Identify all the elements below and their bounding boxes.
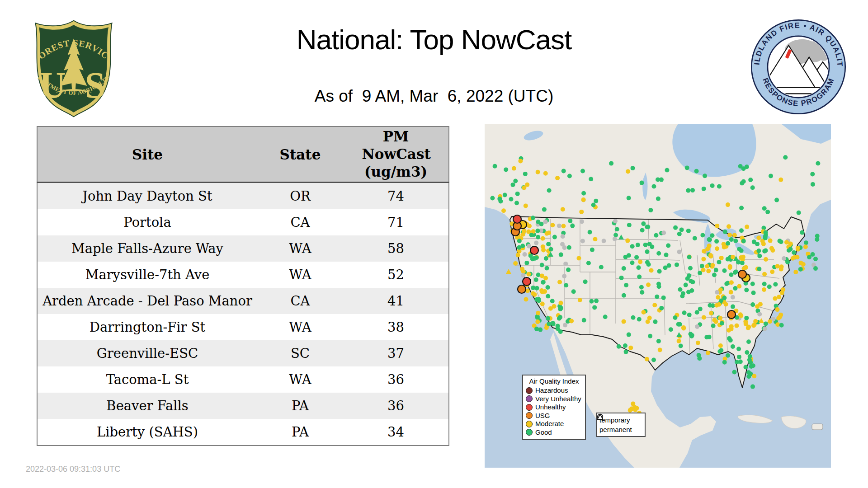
station-dot	[709, 311, 713, 315]
aqi-legend-label: Good	[535, 428, 552, 437]
station-dot	[710, 183, 715, 188]
station-dot	[762, 287, 766, 292]
nowcast-table-container: Site State PM NowCast (ug/m3) John Day D…	[37, 126, 449, 446]
station-dot	[617, 344, 621, 349]
station-dot	[729, 272, 734, 277]
station-dot	[558, 329, 563, 334]
aqi-map: Air Quality Index HazardousVery Unhealth…	[485, 124, 831, 468]
station-dot	[559, 253, 563, 257]
station-dot	[750, 302, 755, 307]
state-cell: WA	[257, 235, 343, 262]
station-dot	[547, 322, 551, 326]
station-dot	[568, 219, 572, 223]
station-dot	[490, 196, 495, 201]
station-dot	[717, 349, 722, 354]
station-dot	[578, 298, 582, 302]
station-dot	[744, 365, 748, 370]
station-dot	[679, 227, 684, 232]
station-dot	[509, 197, 514, 202]
station-dot	[765, 210, 770, 214]
map-puerto-rico	[812, 424, 823, 430]
station-dot	[586, 261, 591, 265]
station-dot	[590, 248, 594, 252]
station-dot	[534, 241, 538, 245]
aqi-legend-label: Moderate	[535, 420, 564, 428]
station-dot	[779, 323, 784, 328]
station-dot	[811, 252, 815, 257]
station-dot	[748, 178, 753, 182]
station-dot	[690, 333, 694, 338]
nowcast-table: Site State PM NowCast (ug/m3) John Day D…	[37, 126, 449, 446]
aqi-legend-label: Hazardous	[535, 386, 568, 395]
station-dot	[736, 347, 741, 351]
value-cell: 58	[343, 235, 449, 262]
station-dot	[707, 335, 712, 339]
station-dot	[711, 303, 715, 308]
station-dot	[791, 256, 795, 261]
usg-dot-icon	[526, 412, 533, 419]
station-dot	[686, 188, 690, 193]
station-dot	[647, 316, 652, 320]
station-dot	[536, 311, 540, 315]
station-dot	[745, 225, 749, 229]
station-dot	[652, 303, 657, 307]
aqi-legend-label: USG	[535, 412, 550, 420]
station-dot	[658, 347, 662, 352]
legend-item-temporary: temporary	[599, 415, 642, 425]
top-site-marker	[518, 285, 526, 293]
station-dot	[659, 306, 664, 310]
station-dot	[750, 282, 755, 286]
station-dot	[515, 192, 520, 196]
station-dot	[667, 263, 671, 268]
station-dot	[767, 285, 772, 289]
station-dot	[722, 360, 727, 365]
station-dot	[695, 324, 699, 329]
station-dot	[642, 310, 646, 314]
station-dot	[757, 253, 762, 258]
station-dot	[657, 269, 662, 274]
station-dot	[626, 169, 630, 174]
station-dot	[654, 233, 658, 238]
station-dot	[602, 239, 606, 243]
station-dot	[722, 245, 726, 249]
station-dot	[717, 260, 722, 264]
station-dot	[782, 256, 786, 261]
generated-timestamp: 2022-03-06 09:31:03 UTC	[26, 465, 120, 474]
station-dot	[751, 324, 756, 328]
station-dot	[685, 277, 690, 281]
station-dot	[594, 199, 598, 203]
station-dot	[664, 253, 669, 257]
table-row: Greenville-ESCSC37	[37, 340, 449, 366]
station-dot	[552, 235, 557, 239]
station-dot	[563, 323, 567, 327]
station-dot	[639, 285, 644, 290]
station-dot	[734, 269, 738, 274]
station-dot	[770, 270, 774, 274]
station-dot	[512, 166, 516, 171]
station-dot	[739, 249, 744, 253]
station-dot	[792, 250, 796, 255]
station-dot	[542, 289, 547, 294]
station-dot	[548, 306, 553, 311]
station-dot	[733, 239, 738, 243]
station-dot	[622, 319, 626, 324]
aqi-legend-label: Very Unhealthy	[535, 395, 581, 404]
station-dot	[707, 237, 712, 242]
station-dot	[555, 176, 560, 180]
station-dot	[756, 235, 761, 240]
station-dot	[549, 247, 553, 252]
station-dot	[682, 310, 687, 315]
state-cell: WA	[257, 262, 343, 288]
station-dot	[757, 267, 761, 271]
station-dot	[592, 305, 597, 310]
value-cell: 41	[343, 288, 449, 314]
station-dot	[524, 203, 528, 208]
station-dot	[562, 274, 566, 278]
station-dot	[746, 326, 750, 330]
station-dot	[676, 322, 681, 327]
station-dot	[543, 171, 548, 176]
station-dot	[815, 237, 819, 242]
station-dot	[748, 354, 752, 359]
station-dot	[773, 282, 778, 286]
station-dot	[777, 295, 781, 299]
